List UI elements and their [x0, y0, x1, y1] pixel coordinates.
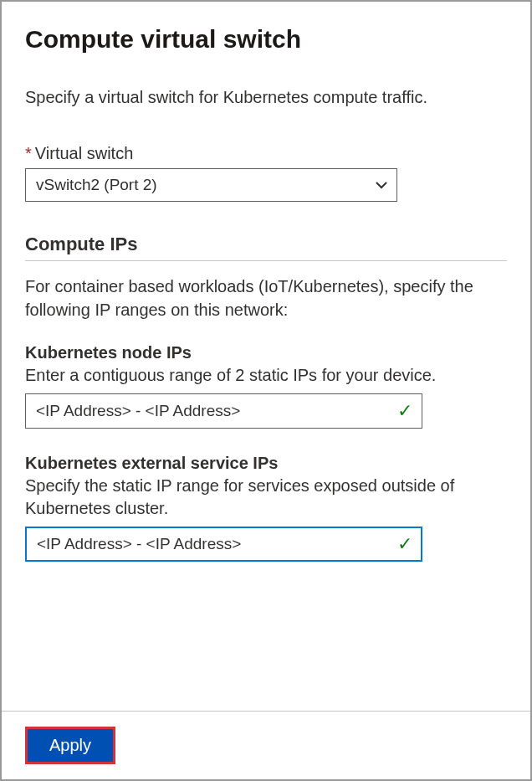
service-ips-group: Kubernetes external service IPs Specify …: [25, 454, 507, 562]
required-star-icon: *: [25, 144, 32, 162]
node-ips-group: Kubernetes node IPs Enter a contiguous r…: [25, 343, 507, 429]
node-ips-input[interactable]: [25, 393, 422, 429]
node-ips-label: Kubernetes node IPs: [25, 343, 507, 362]
service-ips-label: Kubernetes external service IPs: [25, 454, 507, 473]
virtual-switch-select-wrapper: [25, 168, 397, 202]
compute-ips-header: Compute IPs: [25, 234, 507, 261]
virtual-switch-select[interactable]: [25, 168, 397, 202]
service-ips-description: Specify the static IP range for services…: [25, 475, 507, 520]
page-description: Specify a virtual switch for Kubernetes …: [25, 85, 507, 109]
service-ips-input-wrapper: ✓: [25, 527, 422, 562]
virtual-switch-label-text: Virtual switch: [35, 144, 133, 162]
compute-ips-description: For container based workloads (IoT/Kuber…: [25, 275, 507, 321]
service-ips-input[interactable]: [25, 527, 422, 562]
virtual-switch-label: *Virtual switch: [25, 144, 507, 163]
node-ips-input-wrapper: ✓: [25, 393, 422, 429]
apply-button[interactable]: Apply: [25, 727, 115, 764]
page-title: Compute virtual switch: [25, 25, 507, 54]
node-ips-description: Enter a contiguous range of 2 static IPs…: [25, 364, 507, 387]
footer-bar: Apply: [2, 711, 530, 779]
virtual-switch-field: *Virtual switch: [25, 144, 507, 202]
